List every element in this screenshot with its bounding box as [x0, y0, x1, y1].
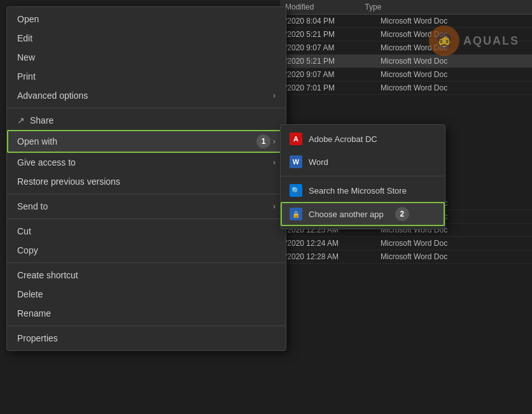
modified-header: Modified — [285, 3, 314, 11]
acrobat-label: Adobe Acrobat DC — [309, 134, 377, 144]
menu-item-print[interactable]: Print — [7, 67, 286, 86]
menu-item-delete[interactable]: Delete — [7, 285, 286, 304]
search-store-label: Search the Microsoft Store — [309, 186, 407, 196]
store-icon: 🔍 — [290, 184, 302, 197]
menu-divider — [7, 194, 286, 194]
table-row[interactable]: /2020 7:01 PM Microsoft Word Doc — [280, 82, 532, 95]
badge-2: 2 — [395, 207, 409, 221]
chevron-right-icon: › — [273, 158, 276, 167]
submenu-item-choose-app[interactable]: 🔒 Choose another app 2 — [281, 202, 445, 226]
watermark-avatar: 🧔 — [429, 25, 459, 56]
menu-divider — [7, 108, 286, 108]
menu-item-cut[interactable]: Cut — [7, 222, 286, 241]
badge-1: 1 — [256, 134, 270, 148]
menu-item-copy[interactable]: Copy — [7, 241, 286, 260]
chevron-right-icon: › — [273, 137, 276, 146]
menu-item-share[interactable]: ↗ Share — [7, 111, 286, 130]
submenu-item-acrobat[interactable]: A Adobe Acrobat DC — [281, 127, 445, 150]
menu-item-properties[interactable]: Properties — [7, 329, 286, 348]
menu-item-restore-versions[interactable]: Restore previous versions — [7, 172, 286, 191]
menu-item-create-shortcut[interactable]: Create shortcut — [7, 266, 286, 285]
menu-item-advanced-options[interactable]: Advanced options › — [7, 86, 286, 105]
menu-divider — [7, 325, 286, 326]
table-row-highlighted[interactable]: /2020 5:21 PM Microsoft Word Doc — [280, 55, 532, 68]
table-row[interactable]: /2020 9:07 AM Microsoft Word Doc — [280, 68, 532, 82]
menu-item-open[interactable]: Open — [7, 10, 286, 29]
acrobat-icon: A — [290, 132, 302, 145]
watermark-text: AQUALS — [463, 34, 519, 48]
menu-item-give-access[interactable]: Give access to › — [7, 153, 286, 172]
menu-item-send-to[interactable]: Send to › — [7, 197, 286, 216]
word-label: Word — [309, 157, 328, 167]
chevron-right-icon: › — [273, 91, 276, 100]
menu-divider — [7, 218, 286, 219]
choose-app-icon: 🔒 — [290, 208, 302, 220]
menu-item-edit[interactable]: Edit — [7, 29, 286, 48]
submenu-open-with: A Adobe Acrobat DC W Word 🔍 Search the M… — [280, 124, 445, 229]
menu-item-new[interactable]: New — [7, 48, 286, 67]
table-row[interactable]: /2020 12:24 AM Microsoft Word Doc — [280, 237, 532, 250]
type-header: Type — [365, 3, 381, 11]
table-row[interactable]: /2020 12:28 AM Microsoft Word Doc — [280, 250, 532, 264]
share-icon: ↗ — [17, 115, 25, 125]
choose-app-label: Choose another app — [309, 210, 384, 219]
menu-item-open-with[interactable]: Open with 1 › — [7, 130, 286, 153]
chevron-right-icon: › — [273, 202, 276, 211]
submenu-divider — [281, 176, 445, 176]
watermark: 🧔 AQUALS — [429, 25, 519, 56]
submenu-item-word[interactable]: W Word — [281, 150, 445, 173]
explorer-header: Modified Type — [280, 0, 532, 15]
submenu-item-search-store[interactable]: 🔍 Search the Microsoft Store — [281, 179, 445, 202]
word-icon: W — [290, 155, 302, 168]
context-menu: Open Edit New Print Advanced options › ↗… — [6, 6, 286, 351]
menu-item-rename[interactable]: Rename — [7, 304, 286, 323]
menu-divider — [7, 262, 286, 263]
